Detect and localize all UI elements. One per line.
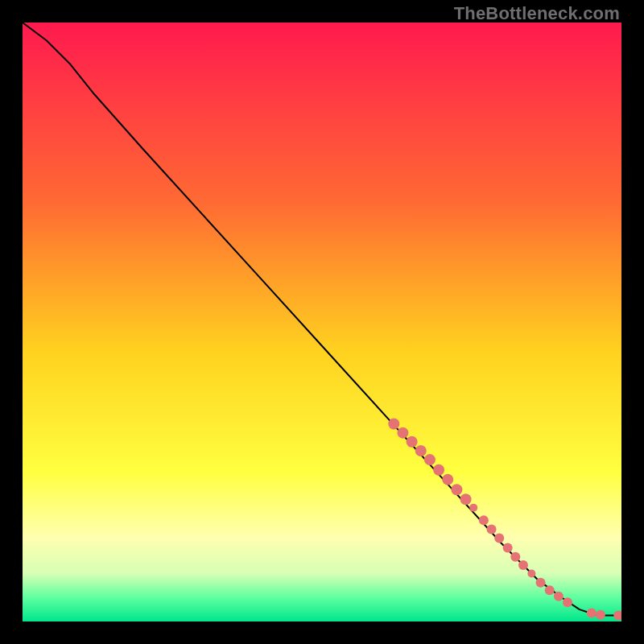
marker-dot: [460, 493, 472, 505]
marker-dot: [518, 560, 528, 570]
plot-area: [23, 23, 621, 621]
marker-dot: [563, 597, 572, 607]
marker-dot: [424, 454, 436, 465]
marker-dot: [415, 445, 427, 456]
marker-dot: [487, 524, 497, 534]
marker-dot: [469, 504, 477, 512]
marker-dot: [596, 610, 605, 620]
gradient-background: [23, 23, 621, 621]
watermark-text: TheBottleneck.com: [454, 3, 620, 24]
marker-dot: [545, 585, 555, 595]
marker-dot: [527, 569, 535, 577]
marker-dot: [503, 543, 513, 552]
marker-dot: [442, 474, 453, 485]
marker-dot: [433, 464, 444, 476]
chart-frame: TheBottleneck.com: [0, 0, 644, 644]
marker-dot: [397, 427, 408, 439]
marker-dot: [536, 578, 546, 588]
chart-svg: [23, 23, 621, 621]
marker-dot: [451, 484, 462, 495]
marker-dot: [388, 418, 399, 429]
marker-dot: [587, 609, 597, 618]
marker-dot: [554, 592, 564, 601]
marker-dot: [510, 552, 520, 562]
marker-dot: [479, 515, 489, 525]
marker-dot: [407, 436, 418, 448]
marker-dot: [494, 534, 504, 543]
